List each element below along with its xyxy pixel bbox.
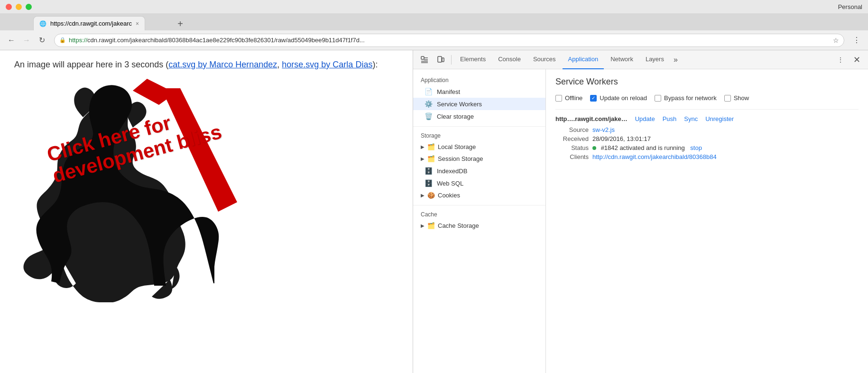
- tab-close-button[interactable]: ×: [136, 20, 139, 27]
- traffic-lights: [6, 4, 32, 10]
- bypass-network-checkbox[interactable]: [655, 95, 661, 102]
- sidebar-item-cache-storage[interactable]: ▶ 🗂️ Cache Storage: [413, 220, 545, 232]
- active-tab[interactable]: 🌐 https://cdn.rawgit.com/jakearc ×: [33, 16, 145, 30]
- received-label: Received: [555, 135, 589, 142]
- sidebar-item-local-storage[interactable]: ▶ 🗂️ Local Storage: [413, 141, 545, 153]
- indexeddb-label: IndexedDB: [437, 168, 467, 175]
- cache-section-label: Cache: [413, 207, 545, 220]
- clients-label: Clients: [555, 153, 589, 160]
- service-worker-entry: http….rawgit.com/jake… Update Push Sync …: [555, 109, 859, 160]
- tab-title: https://cdn.rawgit.com/jakearc: [50, 20, 132, 27]
- stop-link[interactable]: stop: [690, 144, 702, 151]
- received-value: 28/09/2016, 13:01:17: [592, 135, 651, 142]
- clients-row: Clients http://cdn.rawgit.com/jakearchib…: [555, 153, 859, 160]
- tab-bar: 🌐 https://cdn.rawgit.com/jakearc × +: [0, 13, 868, 30]
- inactive-tab: [145, 16, 174, 30]
- manifest-icon: 📄: [425, 88, 432, 95]
- tab-network[interactable]: Network: [605, 50, 639, 69]
- push-link[interactable]: Push: [663, 115, 677, 122]
- clients-link[interactable]: http://cdn.rawgit.com/jakearchibald/8036…: [592, 153, 717, 160]
- checkbox-row: Offline ✓ Update on reload Bypass for ne…: [555, 94, 859, 102]
- expand-arrow-session: ▶: [421, 156, 425, 161]
- horse-link[interactable]: horse.svg by Carla Dias: [282, 60, 372, 69]
- suffix: ):: [372, 60, 378, 69]
- received-row: Received 28/09/2016, 13:01:17: [555, 135, 859, 142]
- page-text: An image will appear here in 3 seconds (…: [14, 60, 398, 70]
- show-checkbox-item[interactable]: Show: [724, 94, 749, 102]
- back-button[interactable]: ←: [5, 34, 18, 47]
- session-storage-label: Session Storage: [438, 155, 483, 162]
- reload-button[interactable]: ↻: [35, 34, 48, 47]
- horse-image: [14, 79, 398, 318]
- tab-application[interactable]: Application: [563, 50, 604, 69]
- minimize-button[interactable]: [16, 4, 22, 10]
- application-section-label: Application: [413, 73, 545, 85]
- offline-checkbox[interactable]: [555, 95, 562, 102]
- url-rest: cdn.rawgit.com/jakearchibald/80368b84ac1…: [87, 37, 365, 44]
- menu-button[interactable]: ⋮: [850, 34, 863, 47]
- update-on-reload-checkbox[interactable]: ✓: [590, 95, 597, 102]
- cookies-label: Cookies: [438, 192, 460, 199]
- sidebar-item-web-sql[interactable]: 🗄️ Web SQL: [413, 177, 545, 189]
- status-value: #1842 activated and is running stop: [592, 144, 702, 151]
- address-bar[interactable]: 🔒 https://cdn.rawgit.com/jakearchibald/8…: [54, 34, 844, 47]
- sw-url: http….rawgit.com/jake…: [555, 115, 628, 122]
- cookies-icon: 🍪: [427, 192, 435, 199]
- bookmark-icon[interactable]: ☆: [833, 37, 839, 44]
- tab-elements[interactable]: Elements: [454, 50, 491, 69]
- svg-rect-3: [438, 56, 442, 62]
- bypass-network-checkbox-item[interactable]: Bypass for network: [655, 94, 717, 102]
- update-on-reload-label: Update on reload: [600, 94, 647, 102]
- maximize-button[interactable]: [26, 4, 32, 10]
- bypass-network-label: Bypass for network: [664, 94, 717, 102]
- toolbar: ← → ↻ 🔒 https://cdn.rawgit.com/jakearchi…: [0, 30, 868, 50]
- update-link[interactable]: Update: [635, 115, 655, 122]
- sidebar-item-cookies[interactable]: ▶ 🍪 Cookies: [413, 189, 545, 201]
- title-bar: Personal: [0, 0, 868, 13]
- sidebar-item-indexeddb[interactable]: 🗄️ IndexedDB: [413, 165, 545, 177]
- sw-url-row: http….rawgit.com/jake… Update Push Sync …: [555, 115, 859, 122]
- sync-link[interactable]: Sync: [684, 115, 698, 122]
- settings-button[interactable]: ⋮: [833, 52, 848, 67]
- indexeddb-icon: 🗄️: [425, 167, 432, 175]
- update-on-reload-checkbox-item[interactable]: ✓ Update on reload: [590, 94, 647, 102]
- device-toolbar-button[interactable]: [433, 52, 448, 67]
- close-devtools-button[interactable]: ✕: [849, 52, 864, 67]
- status-label: Status: [555, 144, 589, 151]
- source-link[interactable]: sw-v2.js: [592, 126, 615, 133]
- tab-console[interactable]: Console: [492, 50, 526, 69]
- close-button[interactable]: [6, 4, 12, 10]
- show-checkbox[interactable]: [724, 95, 731, 102]
- unregister-link[interactable]: Unregister: [705, 115, 734, 122]
- local-storage-label: Local Storage: [438, 143, 476, 150]
- expand-arrow-cache: ▶: [421, 223, 425, 228]
- more-tabs-button[interactable]: »: [671, 56, 681, 64]
- devtools-main-content: Service Workers Offline ✓ Update on relo…: [546, 69, 868, 373]
- service-workers-title: Service Workers: [555, 77, 859, 87]
- main-content: An image will appear here in 3 seconds (…: [0, 50, 868, 373]
- divider: [451, 55, 452, 65]
- service-workers-label: Service Workers: [437, 101, 482, 108]
- sidebar-item-clear-storage[interactable]: 🗑️ Clear storage: [413, 110, 545, 122]
- offline-label: Offline: [565, 94, 582, 102]
- lock-icon: 🔒: [59, 37, 66, 43]
- cat-link[interactable]: cat.svg by Marco Hernandez: [168, 60, 277, 69]
- storage-section: Storage ▶ 🗂️ Local Storage ▶ 🗂️ Session …: [413, 126, 545, 201]
- manifest-label: Manifest: [437, 88, 460, 95]
- tab-sources[interactable]: Sources: [527, 50, 562, 69]
- forward-button[interactable]: →: [20, 34, 33, 47]
- tab-layers[interactable]: Layers: [640, 50, 670, 69]
- sidebar-item-session-storage[interactable]: ▶ 🗂️ Session Storage: [413, 153, 545, 165]
- sidebar-item-service-workers[interactable]: ⚙️ Service Workers: [413, 98, 545, 110]
- offline-checkbox-item[interactable]: Offline: [555, 94, 582, 102]
- local-storage-icon: 🗂️: [427, 143, 435, 150]
- new-tab-button[interactable]: +: [174, 17, 187, 30]
- status-row: Status #1842 activated and is running st…: [555, 144, 859, 151]
- devtools-tabs: Elements Console Sources Application Net…: [413, 50, 868, 69]
- source-row: Source sw-v2.js: [555, 126, 859, 133]
- svg-rect-4: [442, 58, 444, 62]
- web-sql-label: Web SQL: [437, 180, 463, 187]
- sidebar-item-manifest[interactable]: 📄 Manifest: [413, 85, 545, 98]
- browser-window: Personal 🌐 https://cdn.rawgit.com/jakear…: [0, 0, 868, 373]
- inspect-button[interactable]: [417, 52, 432, 67]
